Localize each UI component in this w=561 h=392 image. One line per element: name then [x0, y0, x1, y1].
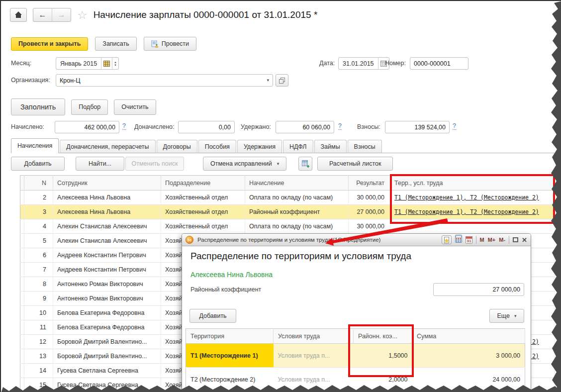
cell-emp[interactable]: Гусева Светлана Сергеевна — [53, 364, 161, 378]
cell-emp[interactable]: Алексеева Нина Львовна — [53, 191, 161, 205]
find-button[interactable]: Найти... — [76, 157, 124, 171]
cell-marker[interactable] — [20, 306, 24, 320]
cell-marker[interactable] — [20, 364, 24, 378]
home-button[interactable] — [10, 8, 27, 22]
contributions-help-link[interactable]: ? — [453, 122, 456, 130]
withheld-help-link[interactable]: ? — [338, 122, 342, 130]
post-and-close-button[interactable]: Провести и закрыть — [11, 37, 88, 51]
number-input[interactable]: 0000-000001 — [410, 57, 468, 70]
territory-link[interactable]: Т1 (Месторождение 1), Т2 (Месторождение … — [394, 208, 539, 215]
date-input[interactable]: 31.01.2015 — [338, 57, 389, 70]
chevron-down-icon[interactable]: ▾ — [267, 78, 269, 83]
cell-n[interactable]: 15 — [24, 378, 53, 392]
clear-button[interactable]: Очистить — [114, 99, 156, 115]
cell-emp[interactable]: Боровой Дмитрий Валентино... — [53, 349, 161, 364]
tab-6[interactable]: НДФЛ — [283, 140, 313, 153]
territory-link[interactable]: Т1 (Месторождение 1), Т2 (Месторождение … — [394, 194, 539, 201]
cell-marker[interactable] — [20, 263, 24, 277]
pick-button[interactable]: Подбор — [71, 99, 108, 115]
memory-plus-button[interactable]: M+ — [488, 237, 496, 243]
forward-button[interactable]: → — [52, 8, 71, 21]
cell-marker[interactable] — [20, 248, 24, 263]
organization-open-button[interactable] — [276, 74, 288, 87]
cell-emp[interactable]: Андреев Константин Петрович — [53, 248, 161, 263]
back-button[interactable]: ← — [33, 8, 52, 21]
col-coefficient[interactable]: Районн. коэ... — [354, 329, 412, 344]
cell-n[interactable]: 11 — [24, 320, 53, 335]
cell-acc[interactable]: Оплата по окладу (по часам) — [245, 191, 349, 205]
maximize-button[interactable] — [513, 237, 518, 242]
cell-n[interactable]: 5 — [24, 234, 53, 248]
cell-marker[interactable] — [20, 205, 24, 219]
table-row[interactable]: Т2 (Месторождение 2)Условия труда п...2,… — [186, 368, 525, 392]
cell-conditions[interactable]: Условия труда п... — [274, 344, 354, 368]
calendar-button[interactable]: 31 — [466, 236, 472, 244]
cell-n[interactable]: 7 — [24, 263, 53, 277]
dialog-more-button[interactable]: Еще ▾ — [489, 309, 524, 323]
cell-territory[interactable]: Т1 (Месторождение 1) — [186, 344, 274, 368]
dialog-employee-link[interactable]: Алексеева Нина Львовна — [190, 271, 273, 279]
dialog-add-button[interactable]: Добавить — [189, 309, 236, 323]
cell-acc[interactable]: Районный коэффициент — [245, 205, 349, 219]
cancel-search-button[interactable]: Отменить поиск — [125, 157, 184, 171]
cell-sum[interactable]: 24 000,00 — [412, 368, 525, 392]
col-conditions[interactable]: Условия труда — [274, 329, 354, 344]
tab-5[interactable]: Удержания — [237, 140, 282, 153]
cell-marker[interactable] — [20, 292, 24, 306]
save-button[interactable]: Записать — [95, 37, 136, 51]
memory-button[interactable]: M — [480, 237, 484, 243]
tab-4[interactable]: Пособия — [198, 140, 236, 153]
cell-coef[interactable]: 2,0000 — [354, 368, 412, 392]
table-row[interactable]: Т1 (Месторождение 1)Условия труда п...1,… — [186, 344, 525, 368]
cell-emp[interactable]: Белова Екатерина Федоровна — [53, 320, 161, 335]
month-input[interactable]: Январь 2015 ▴ ▾ — [56, 57, 119, 70]
extra-accrued-input[interactable]: 0,00 — [178, 121, 235, 133]
spin-down-icon[interactable]: ▾ — [114, 64, 116, 67]
col-territory[interactable]: Терр., усл. труда — [390, 176, 555, 191]
tab-8[interactable]: Взносы — [348, 140, 382, 153]
cell-emp[interactable]: Гусева Светлана Сергеевна — [53, 378, 161, 392]
cell-terr[interactable]: Т1 (Месторождение 1), Т2 (Месторождение … — [390, 205, 555, 219]
cell-marker[interactable] — [20, 320, 24, 335]
memory-minus-button[interactable]: M- — [499, 237, 505, 243]
tab-1[interactable]: Начисления — [11, 138, 59, 153]
table-row[interactable]: 4Алехин Станислав АлексеевичХозяйственны… — [20, 219, 555, 234]
cell-n[interactable]: 3 — [24, 205, 53, 219]
cancel-corrections-button[interactable]: Отмена исправлений ▾ — [203, 157, 286, 171]
cell-conditions[interactable]: Условия труда п... — [274, 368, 354, 392]
cell-n[interactable]: 13 — [24, 349, 53, 364]
table-row[interactable]: 3Алексеева Нина ЛьвовнаХозяйственный отд… — [20, 205, 555, 219]
cell-marker[interactable] — [20, 378, 24, 392]
cell-n[interactable]: 4 — [24, 219, 53, 234]
favorites-button[interactable] — [442, 235, 452, 244]
cell-territory[interactable]: Т2 (Месторождение 2) — [186, 368, 274, 392]
cell-n[interactable]: 14 — [24, 364, 53, 378]
cell-res[interactable]: 30 000,00 — [349, 219, 390, 234]
accrued-input[interactable]: 462 000,00 — [55, 121, 119, 133]
col-employee[interactable]: Сотрудник — [53, 176, 161, 191]
cell-acc[interactable]: Оплата по окладу (по часам) — [245, 219, 349, 234]
col-sum[interactable]: Сумма — [412, 329, 525, 344]
contributions-input[interactable]: 139 524,00 — [385, 121, 450, 133]
calculator-button[interactable] — [455, 235, 462, 245]
cell-n[interactable]: 2 — [24, 191, 53, 205]
month-picker-button[interactable] — [101, 58, 112, 69]
cell-n[interactable]: 9 — [24, 292, 53, 306]
organization-input[interactable]: Крон-Ц ▾ — [56, 74, 273, 87]
cell-marker[interactable] — [20, 349, 24, 364]
cell-marker[interactable] — [20, 335, 24, 349]
cell-terr[interactable] — [390, 219, 555, 234]
cell-emp[interactable]: Алексеева Нина Львовна — [53, 205, 161, 219]
tab-7[interactable]: Займы — [314, 140, 347, 153]
cell-marker[interactable] — [20, 234, 24, 248]
cell-n[interactable]: 10 — [24, 306, 53, 320]
col-accrual[interactable]: Начисление — [245, 176, 349, 191]
col-department[interactable]: Подразделение — [161, 176, 245, 191]
withheld-input[interactable]: 60 060,00 — [276, 121, 334, 133]
tab-3[interactable]: Договоры — [157, 140, 197, 153]
cell-marker[interactable] — [20, 191, 24, 205]
payslip-button[interactable]: Расчетный листок — [317, 157, 393, 171]
close-button[interactable]: ✕ — [522, 237, 527, 243]
add-column-button[interactable] — [298, 157, 312, 171]
cell-emp[interactable]: Антоненко Роман Викторович — [53, 292, 161, 306]
